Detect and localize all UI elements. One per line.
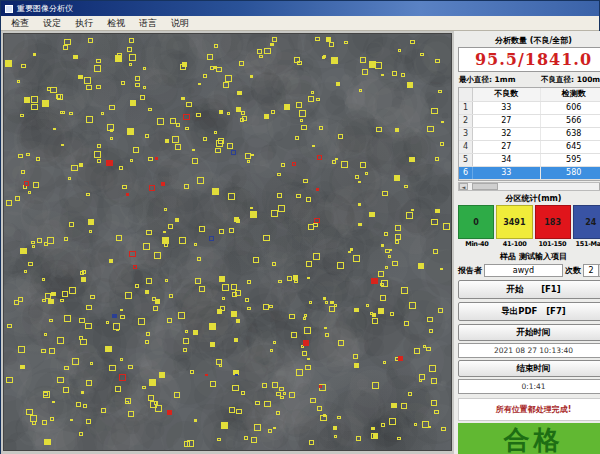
table-row[interactable]: 534595 bbox=[459, 154, 600, 167]
defect-marker-yellow bbox=[148, 157, 153, 161]
defect-marker-red bbox=[133, 265, 137, 269]
defect-marker-yellow bbox=[407, 82, 413, 88]
defect-marker-yellow bbox=[273, 427, 276, 429]
menu-item-5[interactable]: 说明 bbox=[165, 16, 195, 31]
table-row[interactable]: 227566 bbox=[459, 115, 600, 128]
defect-marker-yellow bbox=[220, 306, 225, 311]
defect-marker-yellow bbox=[83, 404, 87, 408]
defect-marker-yellow bbox=[18, 297, 23, 302]
table-horizontal-scrollbar[interactable]: ◄ ► bbox=[458, 182, 600, 191]
defect-marker-yellow bbox=[31, 241, 35, 244]
defect-marker-yellow bbox=[50, 417, 54, 421]
table-row[interactable]: 427645 bbox=[459, 141, 600, 154]
results-table[interactable]: 不良数检测数1336062275663326384276455345956335… bbox=[458, 87, 600, 181]
count-select[interactable]: 2 ▼ bbox=[583, 264, 600, 277]
inspection-image[interactable] bbox=[3, 33, 452, 451]
menu-item-4[interactable]: 语言 bbox=[133, 16, 163, 31]
defect-marker-yellow bbox=[334, 435, 337, 438]
defect-marker-yellow bbox=[251, 437, 257, 443]
table-row[interactable]: 133606 bbox=[459, 102, 600, 115]
defect-marker-yellow bbox=[159, 372, 165, 378]
defect-marker-yellow bbox=[317, 406, 322, 411]
defect-marker-yellow bbox=[427, 317, 433, 322]
defect-marker-yellow bbox=[380, 283, 384, 286]
defect-marker-yellow bbox=[221, 422, 228, 429]
defect-marker-yellow bbox=[96, 59, 101, 63]
defect-marker-red bbox=[119, 374, 126, 381]
table-row[interactable]: 633580 bbox=[459, 167, 600, 180]
table-row[interactable]: 332638 bbox=[459, 128, 600, 141]
defect-marker-yellow bbox=[271, 210, 278, 217]
defect-marker-yellow bbox=[438, 90, 442, 93]
defect-marker-yellow bbox=[269, 305, 273, 308]
defect-marker-red bbox=[155, 157, 158, 160]
defect-marker-yellow bbox=[63, 387, 69, 393]
scrollbar-thumb[interactable] bbox=[472, 183, 498, 190]
defect-marker-yellow bbox=[330, 301, 334, 304]
menu-item-2[interactable]: 执行 bbox=[69, 16, 99, 31]
defect-marker-yellow bbox=[390, 312, 394, 316]
defect-marker-yellow bbox=[128, 411, 134, 417]
defect-marker-yellow bbox=[106, 321, 109, 324]
start-time-button[interactable]: 开始时间 bbox=[458, 324, 600, 341]
defect-marker-yellow bbox=[97, 144, 101, 148]
start-button[interactable]: 开始 [F1] bbox=[458, 280, 600, 299]
scrollbar-track[interactable] bbox=[468, 183, 599, 190]
zone-block-Min-40: 0 bbox=[458, 205, 494, 239]
results-panel: 分析数量 (不良/全部) 95.5/1841.0 最小直径: 1mm 不良直径:… bbox=[454, 31, 600, 454]
defect-marker-yellow bbox=[326, 37, 331, 42]
app-icon bbox=[5, 5, 13, 13]
defect-marker-yellow bbox=[264, 48, 271, 54]
defect-marker-yellow bbox=[341, 161, 348, 168]
defect-marker-yellow bbox=[359, 89, 362, 92]
zone-color-blocks: 0349118324 bbox=[458, 205, 600, 239]
menu-item-1[interactable]: 设定 bbox=[37, 16, 67, 31]
menu-item-0[interactable]: 检查 bbox=[5, 16, 35, 31]
defect-marker-yellow bbox=[271, 110, 275, 114]
reporter-input[interactable] bbox=[484, 264, 563, 277]
defect-marker-yellow bbox=[28, 191, 31, 194]
defect-marker-yellow bbox=[353, 354, 358, 359]
defect-marker-yellow bbox=[44, 242, 48, 246]
defect-marker-yellow bbox=[31, 96, 38, 103]
defect-marker-yellow bbox=[325, 333, 329, 337]
defect-marker-yellow bbox=[69, 287, 76, 294]
defect-marker-yellow bbox=[255, 401, 260, 405]
row-number: 6 bbox=[459, 167, 473, 179]
defect-marker-yellow bbox=[289, 314, 295, 319]
defect-marker-yellow bbox=[219, 276, 225, 282]
defect-marker-yellow bbox=[304, 314, 307, 317]
defect-marker-yellow bbox=[146, 230, 152, 235]
defect-marker-yellow bbox=[214, 44, 218, 48]
defect-marker-yellow bbox=[94, 65, 101, 72]
defect-marker-yellow bbox=[241, 111, 245, 115]
defect-marker-yellow bbox=[105, 346, 112, 352]
defect-marker-yellow bbox=[431, 219, 438, 225]
defect-marker-yellow bbox=[197, 257, 201, 261]
defect-marker-yellow bbox=[308, 224, 314, 230]
defect-marker-yellow bbox=[309, 301, 312, 304]
defect-marker-yellow bbox=[110, 137, 113, 140]
defect-marker-yellow bbox=[216, 140, 223, 147]
defect-marker-yellow bbox=[273, 341, 276, 344]
defect-marker-yellow bbox=[81, 391, 84, 394]
defect-marker-yellow bbox=[319, 126, 323, 130]
defect-marker-yellow bbox=[354, 363, 359, 368]
defect-marker-yellow bbox=[219, 364, 222, 367]
defect-marker-yellow bbox=[196, 113, 201, 117]
export-pdf-button[interactable]: 导出PDF [F7] bbox=[458, 302, 600, 321]
defect-marker-yellow bbox=[337, 416, 341, 419]
defect-marker-yellow bbox=[388, 255, 391, 258]
scroll-left-icon[interactable]: ◄ bbox=[459, 183, 468, 190]
defect-marker-yellow bbox=[277, 173, 281, 176]
defect-marker-yellow bbox=[303, 317, 306, 320]
defect-marker-yellow bbox=[219, 110, 223, 114]
end-time-button[interactable]: 结束时间 bbox=[458, 360, 600, 377]
defect-marker-yellow bbox=[423, 345, 426, 348]
defect-marker-red bbox=[317, 155, 322, 160]
defect-marker-red bbox=[161, 182, 165, 186]
menu-item-3[interactable]: 检视 bbox=[101, 16, 131, 31]
defect-marker-yellow bbox=[194, 419, 197, 422]
defect-marker-yellow bbox=[344, 41, 348, 44]
defect-marker-yellow bbox=[142, 386, 146, 389]
